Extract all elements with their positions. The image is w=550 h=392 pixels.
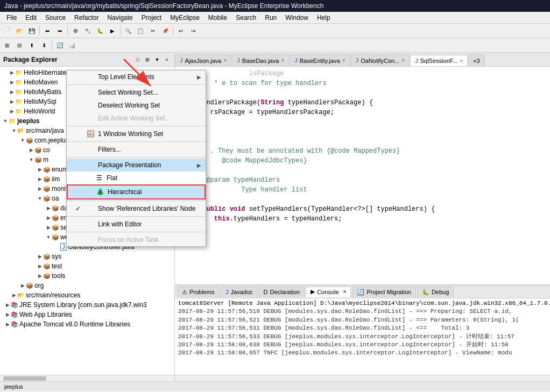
tree-arrow: ▼ xyxy=(11,127,17,134)
ctx-select-working-set[interactable]: Select Working Set... xyxy=(67,86,206,99)
tab-close-icon[interactable]: × xyxy=(223,58,227,63)
javadoc-icon: J xyxy=(225,289,228,295)
tb2-btn6[interactable]: 📊 xyxy=(66,39,78,51)
sidebar-minimize-button[interactable]: □ xyxy=(133,55,142,64)
new-button[interactable]: 📄 xyxy=(1,25,13,37)
menu-source[interactable]: Source xyxy=(41,13,70,23)
ctx-flat[interactable]: ☰ Flat xyxy=(67,172,206,184)
scrollbar-thumb[interactable] xyxy=(3,376,46,381)
code-line: * . They must be annotated with {@code M… xyxy=(179,146,546,156)
sidebar-horizontal-scrollbar[interactable] xyxy=(0,375,174,381)
tb2-btn1[interactable]: ⊞ xyxy=(1,39,13,51)
ctx-package-presentation[interactable]: Package Presentation ▶ xyxy=(67,159,206,172)
ctx-filters[interactable]: Filters... xyxy=(67,143,206,156)
sidebar-close-button[interactable]: × xyxy=(163,55,171,64)
tb2-btn4[interactable]: ⬇ xyxy=(38,39,50,51)
tab-debug[interactable]: 🐛 Debug xyxy=(417,287,454,297)
code-line: ⊟ public void setTypeHandlers(TypeHandle… xyxy=(179,204,546,214)
tab-ajaxjson[interactable]: J AjaxJson.java × xyxy=(175,54,231,66)
tab-sqlsessionf[interactable]: J SqlSessionF... × xyxy=(410,55,468,67)
open-button[interactable]: 📂 xyxy=(13,25,25,37)
tb-btn12[interactable]: ↩ xyxy=(175,25,187,37)
tree-item-tools[interactable]: ▶ 📦 tools xyxy=(0,271,174,281)
tb-btn13[interactable]: ↪ xyxy=(187,25,199,37)
tree-arrow: ▶ xyxy=(9,98,15,105)
tb-btn5[interactable]: 🔧 xyxy=(82,25,94,37)
tb-btn4[interactable]: ⚙ xyxy=(69,25,81,37)
menu-navigate[interactable]: Navigate xyxy=(103,13,137,23)
ctx-show-referenced-libraries[interactable]: ✓ Show 'Referenced Libraries' Node xyxy=(67,202,206,215)
debug-icon: 🐛 xyxy=(422,289,429,296)
ctx-top-level-elements[interactable]: Top Level Elements ▶ xyxy=(67,70,206,83)
menu-project[interactable]: Project xyxy=(137,13,166,23)
tree-label: jeeplus xyxy=(17,117,39,125)
tb2-btn2[interactable]: ⊟ xyxy=(13,39,25,51)
menu-myeclipse[interactable]: MyEclipse xyxy=(166,13,204,23)
menu-help[interactable]: Help xyxy=(313,13,335,23)
code-line: rsPackage = typeHandlersPackage; xyxy=(179,108,546,117)
ctx-sep1 xyxy=(67,84,206,85)
console-close-icon[interactable]: × xyxy=(343,289,347,295)
tab-oanotifycon[interactable]: J OaNotifyCon... × xyxy=(351,54,410,66)
code-line: } xyxy=(179,224,546,233)
editor-tabs-bar: J AjaxJson.java × J BaseDao.java × J Bas… xyxy=(175,53,550,67)
tab-close-icon[interactable]: × xyxy=(401,58,405,63)
menu-window[interactable]: Window xyxy=(281,13,313,23)
tb-btn6[interactable]: 🐛 xyxy=(94,25,106,37)
tab-problems[interactable]: ⚠ Problems xyxy=(177,287,219,297)
ctx-label: Flat xyxy=(107,174,117,182)
bottom-tabs-bar: ⚠ Problems J Javadoc D Declaration ▶ Con… xyxy=(175,286,550,298)
tab-icon: J xyxy=(415,58,418,64)
tab-javadoc[interactable]: J Javadoc xyxy=(220,287,257,297)
tree-label: tools xyxy=(52,272,65,280)
tree-item-test[interactable]: ▶ 📦 test xyxy=(0,261,174,271)
menu-refactor[interactable]: Refactor xyxy=(70,13,103,23)
console-horizontal-scrollbar[interactable] xyxy=(175,375,550,381)
menu-edit[interactable]: Edit xyxy=(21,13,41,23)
code-line xyxy=(179,127,546,137)
tree-item-org[interactable]: ▶ 📦 org xyxy=(0,281,174,290)
tab-close-icon[interactable]: × xyxy=(281,58,284,63)
sidebar-expand-button[interactable]: ⊞ xyxy=(143,55,152,64)
tree-arrow: ▼ xyxy=(28,156,34,163)
toolbar-sep1 xyxy=(39,26,40,35)
menu-file[interactable]: File xyxy=(2,13,21,23)
tb2-btn5[interactable]: 🔄 xyxy=(54,39,66,51)
ctx-hierarchical[interactable]: 🌲 Hierarchical xyxy=(67,184,206,199)
menu-search[interactable]: Search xyxy=(231,13,260,23)
tab-declaration[interactable]: D Declaration xyxy=(259,287,305,297)
tree-arrow: ▶ xyxy=(45,205,52,211)
tb-btn11[interactable]: 📌 xyxy=(159,25,171,37)
tree-arrow: ▶ xyxy=(9,79,15,85)
sidebar-menu-button[interactable]: ▼ xyxy=(153,55,161,64)
tab-overflow[interactable]: »3 xyxy=(468,54,484,66)
tree-item-web-app-libs[interactable]: ▶ 📚 Web App Libraries xyxy=(0,310,174,319)
tab-close-icon[interactable]: × xyxy=(342,58,345,63)
tab-basedao[interactable]: J BaseDao.java × xyxy=(232,54,289,66)
tb-btn8[interactable]: 🔍 xyxy=(122,25,134,37)
tb-btn3[interactable]: ➡ xyxy=(54,25,66,37)
tb2-btn3[interactable]: ⬆ xyxy=(26,39,38,51)
tab-project-migration[interactable]: 🔄 Project Migration xyxy=(352,287,416,297)
menu-run[interactable]: Run xyxy=(260,13,281,23)
ctx-window-working-set[interactable]: 🪟 1 Window Working Set xyxy=(67,127,206,140)
tb-btn9[interactable]: 📋 xyxy=(135,25,146,37)
tab-close-icon[interactable]: × xyxy=(460,58,463,64)
tree-label: HelloMyBatis xyxy=(24,88,61,96)
tree-arrow: ▶ xyxy=(4,321,11,327)
tree-item-jre[interactable]: ▶ 📚 JRE System Library [com.sun.java.jdk… xyxy=(0,300,174,310)
ctx-deselect-working-set[interactable]: Deselect Working Set xyxy=(67,99,206,112)
tb-btn7[interactable]: ▶ xyxy=(107,25,118,37)
tab-console[interactable]: ▶ Console × xyxy=(306,287,351,297)
tree-item-tomcat[interactable]: ▶ 📚 Apache Tomcat v8.0 Runtime Libraries xyxy=(0,319,174,329)
tab-label: Debug xyxy=(432,289,449,295)
save-button[interactable]: 💾 xyxy=(26,25,38,37)
tree-item-src-main-resources[interactable]: ▶ 📂 src/main/resources xyxy=(0,290,174,300)
tree-item-sys[interactable]: ▶ 📦 sys xyxy=(0,252,174,261)
tb-btn10[interactable]: ✂ xyxy=(147,25,159,37)
tab-icon: J xyxy=(356,58,359,63)
tab-baseentity[interactable]: J BaseEntity.java × xyxy=(290,54,350,66)
menu-mobile[interactable]: Mobile xyxy=(204,13,231,23)
tb-btn2[interactable]: ⬅ xyxy=(41,25,53,37)
ctx-link-with-editor[interactable]: Link with Editor xyxy=(67,218,206,231)
